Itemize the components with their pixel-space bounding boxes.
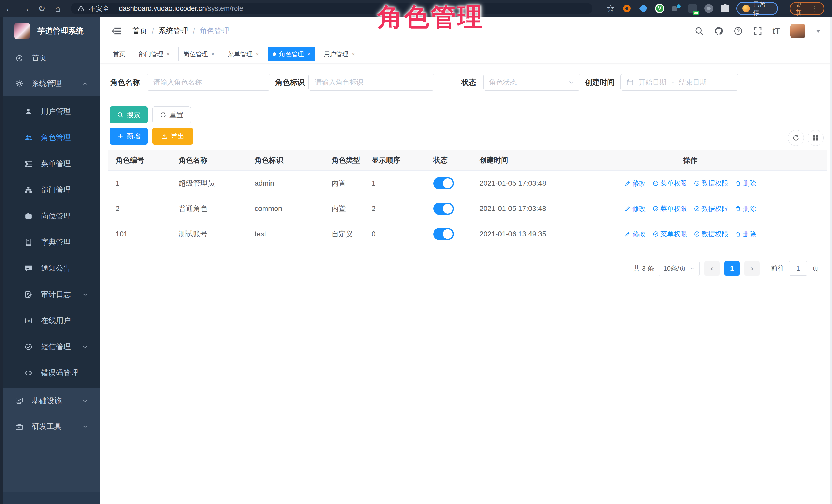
extension-monkey-icon[interactable] (704, 3, 714, 14)
date-range-picker[interactable]: 开始日期 - 结束日期 (621, 74, 738, 91)
search-icon[interactable] (695, 26, 704, 36)
edit-icon (625, 180, 631, 186)
browser-menu-icon[interactable]: ⋮ (811, 5, 818, 12)
tag-user[interactable]: 用户管理× (319, 47, 360, 61)
tags-view: 首页 部门管理× 岗位管理× 菜单管理× 角色管理× 用户管理× (100, 45, 832, 63)
sidebar-item-error-code[interactable]: 错误码管理 (0, 360, 100, 386)
sidebar-item-users[interactable]: 用户管理 (0, 99, 100, 125)
sidebar-item-home[interactable]: 首页 (0, 45, 100, 71)
sidebar-item-online-users[interactable]: 010 在线用户 (0, 308, 100, 334)
edit-action[interactable]: 修改 (625, 230, 646, 239)
extension-puzzle-icon[interactable] (720, 3, 730, 14)
tag-menu[interactable]: 菜单管理× (223, 47, 264, 61)
close-icon[interactable]: × (256, 51, 259, 57)
role-name-input[interactable] (147, 74, 270, 91)
sidebar-item-dev-tools[interactable]: 研发工具 (0, 414, 100, 440)
sidebar-item-infra[interactable]: 基础设施 (0, 388, 100, 414)
range-separator: - (672, 78, 674, 86)
hamburger-icon[interactable] (111, 26, 122, 36)
bookmark-star-icon[interactable]: ☆ (606, 3, 616, 14)
export-button[interactable]: 导出 (152, 128, 193, 144)
screen: ← → ↻ ⌂ 不安全 dashboard.yudao.iocoder.cn/s… (0, 0, 832, 504)
profile-paused-chip[interactable]: 已暂停 (736, 2, 778, 15)
delete-action[interactable]: 删除 (735, 179, 756, 188)
tag-dept[interactable]: 部门管理× (134, 47, 175, 61)
extension-green-circle-icon[interactable]: V (655, 3, 665, 14)
close-icon[interactable]: × (211, 51, 215, 57)
edit-action[interactable]: 修改 (625, 179, 646, 188)
sidebar-item-notice[interactable]: 通知公告 (0, 255, 100, 282)
address-bar[interactable]: 不安全 dashboard.yudao.iocoder.cn/system/ro… (71, 3, 592, 15)
browser-reload-icon[interactable]: ↻ (37, 4, 46, 13)
goto-page-input[interactable] (789, 261, 807, 275)
sidebar-item-posts[interactable]: 岗位管理 (0, 203, 100, 229)
extension-duo-icon[interactable] (671, 3, 681, 14)
avatar[interactable] (790, 24, 805, 38)
fullscreen-icon[interactable] (753, 26, 762, 36)
page-url[interactable]: dashboard.yudao.iocoder.cn/system/role (119, 5, 243, 12)
status-toggle[interactable] (433, 228, 454, 240)
circle-check-icon (652, 206, 659, 212)
browser-forward-icon[interactable]: → (21, 4, 30, 13)
prev-page-button[interactable]: ‹ (704, 261, 720, 275)
sidebar-item-dict[interactable]: 字典管理 (0, 229, 100, 255)
next-page-button[interactable]: › (744, 261, 760, 275)
browser-back-icon[interactable]: ← (5, 4, 14, 13)
extension-on-icon[interactable]: on (687, 3, 698, 14)
breadcrumb-separator: / (152, 27, 154, 35)
browser-update-button[interactable]: 更新 ⋮ (790, 2, 824, 15)
app-logo[interactable]: 芋道管理系统 (0, 17, 100, 45)
security-label[interactable]: 不安全 (89, 4, 109, 13)
role-key-input[interactable] (308, 74, 434, 91)
current-page-button[interactable]: 1 (724, 261, 740, 275)
sidebar-item-system[interactable]: 系统管理 (0, 71, 100, 97)
delete-action[interactable]: 删除 (735, 230, 756, 239)
data-permission-action[interactable]: 数据权限 (694, 230, 728, 239)
extension-orange-ring-icon[interactable] (622, 3, 632, 14)
edit-action[interactable]: 修改 (625, 204, 646, 213)
github-icon[interactable] (714, 26, 723, 36)
status-toggle[interactable] (433, 203, 454, 215)
extension-gem-icon[interactable] (638, 3, 648, 14)
search-button[interactable]: 搜索 (110, 106, 148, 123)
add-button[interactable]: 新增 (110, 128, 148, 144)
circle-check-icon (652, 231, 659, 237)
font-size-icon[interactable]: tT (773, 26, 780, 36)
reset-button[interactable]: 重置 (152, 106, 191, 123)
refresh-table-button[interactable] (788, 130, 804, 146)
breadcrumb-home[interactable]: 首页 (132, 26, 147, 36)
column-settings-button[interactable] (808, 130, 824, 146)
page-size-select[interactable]: 10条/页 (659, 261, 700, 276)
menu-permission-action[interactable]: 菜单权限 (652, 204, 687, 213)
trash-icon (735, 231, 741, 237)
menu-permission-action[interactable]: 菜单权限 (652, 179, 687, 188)
delete-action[interactable]: 删除 (735, 204, 756, 213)
monitor-icon (16, 397, 23, 405)
close-icon[interactable]: × (352, 51, 355, 57)
sidebar-item-audit-log[interactable]: 审计日志 (0, 282, 100, 308)
tag-post[interactable]: 岗位管理× (178, 47, 219, 61)
status-select[interactable]: 角色状态 (483, 74, 580, 91)
sidebar-item-menus[interactable]: 菜单管理 (0, 151, 100, 177)
menu-permission-action[interactable]: 菜单权限 (652, 230, 687, 239)
avatar-caret-icon[interactable] (816, 30, 821, 32)
sidebar-item-roles[interactable]: 角色管理 (0, 125, 100, 151)
tag-role-active[interactable]: 角色管理× (268, 47, 315, 61)
close-icon[interactable]: × (307, 51, 311, 57)
data-permission-action[interactable]: 数据权限 (694, 179, 728, 188)
circle-check-icon (694, 231, 700, 237)
status-toggle[interactable] (433, 177, 454, 189)
logo-image (15, 23, 30, 39)
scrollbar-track[interactable] (830, 17, 832, 504)
role-table: 角色编号 角色名称 角色标识 角色类型 显示顺序 状态 创建时间 操作 1 超级… (108, 150, 827, 247)
browser-home-icon[interactable]: ⌂ (54, 4, 62, 13)
sidebar-item-depts[interactable]: 部门管理 (0, 177, 100, 203)
breadcrumb-system[interactable]: 系统管理 (158, 26, 188, 36)
col-status: 状态 (433, 150, 448, 170)
toolbox-icon (16, 423, 23, 430)
close-icon[interactable]: × (166, 51, 170, 57)
sidebar-item-sms[interactable]: 短信管理 (0, 334, 100, 360)
data-permission-action[interactable]: 数据权限 (694, 204, 728, 213)
tag-home[interactable]: 首页 (108, 47, 130, 61)
help-icon[interactable] (733, 26, 743, 36)
